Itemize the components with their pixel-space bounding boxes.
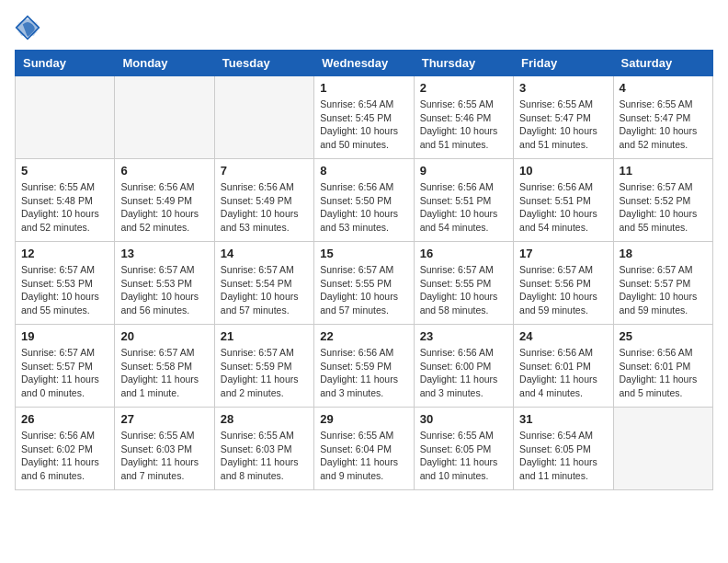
day-info: Sunrise: 6:57 AM Sunset: 5:52 PM Dayligh… (620, 180, 707, 235)
day-number: 7 (221, 164, 308, 178)
day-number: 14 (221, 247, 308, 260)
day-info: Sunrise: 6:57 AM Sunset: 5:58 PM Dayligh… (120, 346, 208, 400)
calendar-week-row: 19Sunrise: 6:57 AM Sunset: 5:57 PM Dayli… (16, 325, 713, 408)
day-info: Sunrise: 6:57 AM Sunset: 5:55 PM Dayligh… (420, 263, 507, 317)
calendar-cell: 9Sunrise: 6:56 AM Sunset: 5:51 PM Daylig… (414, 159, 513, 242)
day-info: Sunrise: 6:55 AM Sunset: 6:05 PM Dayligh… (420, 429, 507, 483)
calendar-cell: 12Sunrise: 6:57 AM Sunset: 5:53 PM Dayli… (16, 242, 115, 325)
calendar-cell: 20Sunrise: 6:57 AM Sunset: 5:58 PM Dayli… (115, 325, 214, 408)
day-number: 30 (420, 412, 507, 426)
calendar-cell: 10Sunrise: 6:56 AM Sunset: 5:51 PM Dayli… (514, 159, 613, 242)
day-number: 5 (21, 164, 108, 178)
day-number: 22 (320, 329, 407, 343)
day-number: 11 (620, 164, 707, 178)
logo-icon (15, 15, 40, 40)
day-info: Sunrise: 6:55 AM Sunset: 5:47 PM Dayligh… (519, 98, 607, 152)
weekday-header: Wednesday (314, 51, 414, 76)
day-info: Sunrise: 6:55 AM Sunset: 5:47 PM Dayligh… (620, 98, 707, 152)
day-info: Sunrise: 6:54 AM Sunset: 6:05 PM Dayligh… (519, 429, 607, 483)
day-number: 9 (420, 164, 507, 178)
calendar-cell: 8Sunrise: 6:56 AM Sunset: 5:50 PM Daylig… (314, 159, 414, 242)
day-number: 28 (221, 412, 308, 426)
day-number: 23 (420, 329, 507, 343)
weekday-header: Tuesday (214, 51, 313, 76)
calendar-cell: 7Sunrise: 6:56 AM Sunset: 5:49 PM Daylig… (214, 159, 313, 242)
calendar-cell: 25Sunrise: 6:56 AM Sunset: 6:01 PM Dayli… (613, 325, 712, 408)
calendar-cell: 31Sunrise: 6:54 AM Sunset: 6:05 PM Dayli… (514, 408, 613, 490)
day-info: Sunrise: 6:55 AM Sunset: 6:03 PM Dayligh… (120, 429, 208, 483)
calendar-cell: 15Sunrise: 6:57 AM Sunset: 5:55 PM Dayli… (314, 242, 414, 325)
calendar-header: SundayMondayTuesdayWednesdayThursdayFrid… (16, 51, 713, 76)
calendar-cell: 28Sunrise: 6:55 AM Sunset: 6:03 PM Dayli… (214, 408, 313, 490)
day-info: Sunrise: 6:55 AM Sunset: 5:48 PM Dayligh… (21, 180, 108, 235)
day-info: Sunrise: 6:57 AM Sunset: 5:54 PM Dayligh… (221, 263, 308, 317)
day-number: 13 (120, 247, 208, 260)
calendar-body: 1Sunrise: 6:54 AM Sunset: 5:45 PM Daylig… (16, 76, 713, 490)
day-info: Sunrise: 6:57 AM Sunset: 5:57 PM Dayligh… (620, 263, 707, 317)
day-info: Sunrise: 6:56 AM Sunset: 5:49 PM Dayligh… (120, 180, 208, 235)
calendar-cell: 18Sunrise: 6:57 AM Sunset: 5:57 PM Dayli… (613, 242, 712, 325)
logo (15, 15, 44, 40)
calendar-week-row: 26Sunrise: 6:56 AM Sunset: 6:02 PM Dayli… (16, 408, 713, 490)
calendar-cell: 19Sunrise: 6:57 AM Sunset: 5:57 PM Dayli… (16, 325, 115, 408)
day-number: 20 (120, 329, 208, 343)
weekday-header: Monday (115, 51, 214, 76)
weekday-header: Friday (514, 51, 613, 76)
weekday-header-row: SundayMondayTuesdayWednesdayThursdayFrid… (16, 51, 713, 76)
day-number: 4 (620, 81, 707, 95)
day-number: 16 (420, 247, 507, 260)
calendar-cell: 2Sunrise: 6:55 AM Sunset: 5:46 PM Daylig… (414, 76, 513, 159)
day-info: Sunrise: 6:55 AM Sunset: 6:04 PM Dayligh… (320, 429, 407, 483)
day-info: Sunrise: 6:56 AM Sunset: 5:51 PM Dayligh… (519, 180, 607, 235)
day-info: Sunrise: 6:56 AM Sunset: 5:59 PM Dayligh… (320, 346, 407, 400)
calendar-cell: 26Sunrise: 6:56 AM Sunset: 6:02 PM Dayli… (16, 408, 115, 490)
calendar-cell: 21Sunrise: 6:57 AM Sunset: 5:59 PM Dayli… (214, 325, 313, 408)
day-info: Sunrise: 6:56 AM Sunset: 5:51 PM Dayligh… (420, 180, 507, 235)
day-number: 31 (519, 412, 607, 426)
calendar-cell: 5Sunrise: 6:55 AM Sunset: 5:48 PM Daylig… (16, 159, 115, 242)
day-info: Sunrise: 6:57 AM Sunset: 5:55 PM Dayligh… (320, 263, 407, 317)
day-number: 6 (120, 164, 208, 178)
calendar-cell (214, 76, 313, 159)
calendar-cell: 6Sunrise: 6:56 AM Sunset: 5:49 PM Daylig… (115, 159, 214, 242)
calendar-cell: 27Sunrise: 6:55 AM Sunset: 6:03 PM Dayli… (115, 408, 214, 490)
day-number: 12 (21, 247, 108, 260)
day-number: 15 (320, 247, 407, 260)
weekday-header: Thursday (414, 51, 513, 76)
day-number: 1 (320, 81, 407, 95)
day-number: 2 (420, 81, 507, 95)
calendar-week-row: 1Sunrise: 6:54 AM Sunset: 5:45 PM Daylig… (16, 76, 713, 159)
calendar-cell: 30Sunrise: 6:55 AM Sunset: 6:05 PM Dayli… (414, 408, 513, 490)
calendar-cell: 16Sunrise: 6:57 AM Sunset: 5:55 PM Dayli… (414, 242, 513, 325)
day-number: 19 (21, 329, 108, 343)
day-info: Sunrise: 6:55 AM Sunset: 6:03 PM Dayligh… (221, 429, 308, 483)
day-number: 29 (320, 412, 407, 426)
day-info: Sunrise: 6:56 AM Sunset: 5:50 PM Dayligh… (320, 180, 407, 235)
day-number: 27 (120, 412, 208, 426)
calendar-cell: 23Sunrise: 6:56 AM Sunset: 6:00 PM Dayli… (414, 325, 513, 408)
day-info: Sunrise: 6:57 AM Sunset: 5:59 PM Dayligh… (221, 346, 308, 400)
calendar-cell (115, 76, 214, 159)
day-info: Sunrise: 6:57 AM Sunset: 5:53 PM Dayligh… (120, 263, 208, 317)
calendar-cell: 14Sunrise: 6:57 AM Sunset: 5:54 PM Dayli… (214, 242, 313, 325)
day-info: Sunrise: 6:54 AM Sunset: 5:45 PM Dayligh… (320, 98, 407, 152)
calendar-week-row: 12Sunrise: 6:57 AM Sunset: 5:53 PM Dayli… (16, 242, 713, 325)
calendar-cell: 17Sunrise: 6:57 AM Sunset: 5:56 PM Dayli… (514, 242, 613, 325)
calendar-cell: 11Sunrise: 6:57 AM Sunset: 5:52 PM Dayli… (613, 159, 712, 242)
day-number: 3 (519, 81, 607, 95)
day-info: Sunrise: 6:57 AM Sunset: 5:56 PM Dayligh… (519, 263, 607, 317)
calendar-cell: 3Sunrise: 6:55 AM Sunset: 5:47 PM Daylig… (514, 76, 613, 159)
day-number: 25 (620, 329, 707, 343)
day-number: 10 (519, 164, 607, 178)
day-number: 8 (320, 164, 407, 178)
calendar-cell: 24Sunrise: 6:56 AM Sunset: 6:01 PM Dayli… (514, 325, 613, 408)
day-info: Sunrise: 6:56 AM Sunset: 6:01 PM Dayligh… (519, 346, 607, 400)
weekday-header: Sunday (16, 51, 115, 76)
day-number: 26 (21, 412, 108, 426)
calendar-cell: 4Sunrise: 6:55 AM Sunset: 5:47 PM Daylig… (613, 76, 712, 159)
calendar-cell (613, 408, 712, 490)
calendar-cell: 13Sunrise: 6:57 AM Sunset: 5:53 PM Dayli… (115, 242, 214, 325)
day-info: Sunrise: 6:55 AM Sunset: 5:46 PM Dayligh… (420, 98, 507, 152)
day-number: 18 (620, 247, 707, 260)
day-info: Sunrise: 6:56 AM Sunset: 6:01 PM Dayligh… (620, 346, 707, 400)
